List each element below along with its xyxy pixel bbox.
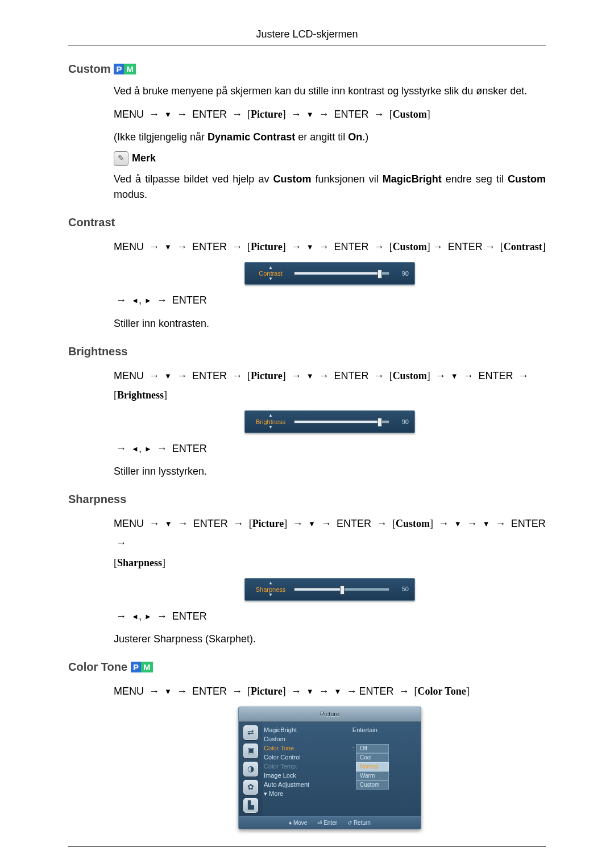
txt: .) xyxy=(362,131,368,143)
arrow-icon: → xyxy=(433,237,443,256)
brightness-adjust-nav: → ◄, ► → ENTER xyxy=(114,439,546,458)
more-label: More xyxy=(269,790,283,797)
arrow-icon: → xyxy=(157,607,167,626)
menu-item-disabled: Color Temp. xyxy=(264,762,347,771)
nav-enter: ENTER xyxy=(193,518,228,529)
menu-option-row: : Off xyxy=(352,744,416,753)
arrow-icon: → xyxy=(177,366,187,385)
nav-enter: ENTER xyxy=(172,443,207,454)
arrow-icon: → xyxy=(438,514,449,533)
osd-menu-footer: ♦ Move ⏎ Enter ↺ Return xyxy=(239,816,421,829)
bracket: [Custom] xyxy=(389,241,430,252)
osd-left-col: MagicBright Custom Color Tone Color Cont… xyxy=(264,725,347,813)
nav-menu: MENU xyxy=(114,370,144,381)
arrow-icon: → xyxy=(319,682,329,701)
menu-option-row: Warm xyxy=(352,771,416,780)
nav-brightness: Brightness xyxy=(117,389,164,401)
arrow-icon: → xyxy=(177,237,187,256)
title-text: Color Tone xyxy=(68,661,127,674)
down-icon: ▼ xyxy=(306,243,314,251)
comma: , xyxy=(139,610,142,622)
down-icon: ▼ xyxy=(451,371,458,380)
menu-blank xyxy=(352,734,416,744)
comma: , xyxy=(139,443,142,454)
bracket: [Picture] xyxy=(247,241,286,252)
slider-thumb xyxy=(340,585,345,595)
left-icon: ◄ xyxy=(131,296,139,305)
nav-enter: ENTER xyxy=(192,241,227,252)
arrow-icon: → xyxy=(319,105,329,124)
colortone-nav: MENU → ▼ → ENTER → [Picture] → ▼ → ▼ →EN… xyxy=(114,682,546,701)
menu-item: Auto Adjustment xyxy=(264,780,347,789)
arrow-icon: → xyxy=(233,514,243,533)
page-header: Justere LCD-skjermen xyxy=(68,28,546,40)
osd-slider-contrast: Contrast 90 xyxy=(244,262,415,285)
nav-picture: Picture xyxy=(251,241,283,252)
arrow-icon: → xyxy=(116,439,126,458)
osd-menu-columns: MagicBright Custom Color Tone Color Cont… xyxy=(263,722,421,816)
nav-picture: Picture xyxy=(252,518,284,529)
bracket: [Picture] xyxy=(249,518,288,529)
down-icon: ▼ xyxy=(306,687,314,696)
nav-enter: ENTER xyxy=(511,518,546,529)
nav-enter: ENTER xyxy=(172,610,207,622)
option-cool: Cool xyxy=(356,753,389,762)
custom-content: Ved å bruke menyene på skjermen kan du s… xyxy=(114,84,546,202)
arrow-icon: → xyxy=(177,514,188,533)
header-rule xyxy=(68,45,546,45)
down-icon: ▼ xyxy=(483,520,490,528)
nav-picture: Picture xyxy=(251,370,283,381)
txt: MagicBright xyxy=(383,173,442,185)
arrow-icon: → xyxy=(116,533,126,553)
arrow-icon: → xyxy=(232,237,242,256)
footer-rule xyxy=(68,846,546,847)
txt: Dynamic Contrast xyxy=(208,131,295,143)
nav-enter: ENTER xyxy=(448,241,483,252)
slider-label: Contrast xyxy=(251,265,291,283)
nav-enter: ENTER xyxy=(334,109,369,120)
note-row: ✎ Merk xyxy=(114,151,546,166)
slider-track xyxy=(294,588,389,591)
arrow-icon: → xyxy=(149,237,159,256)
arrow-icon: → xyxy=(399,682,409,701)
slider-fill xyxy=(294,272,379,275)
nav-custom: Custom xyxy=(393,370,427,381)
input-icon: ⇄ xyxy=(243,725,258,740)
arrow-icon: → xyxy=(377,514,387,533)
down-icon: ▼ xyxy=(306,110,314,119)
bracket: [Brightness] xyxy=(114,389,167,401)
nav-contrast: Contrast xyxy=(504,241,542,252)
slider-fill xyxy=(294,588,342,591)
nav-custom: Custom xyxy=(393,241,427,252)
arrow-icon: → xyxy=(374,366,384,385)
down-icon: ▼ xyxy=(164,687,172,696)
nav-enter: ENTER xyxy=(192,686,227,697)
menu-item: Image Lock xyxy=(264,771,347,780)
nav-picture: Picture xyxy=(251,686,283,697)
contrast-desc: Stiller inn kontrasten. xyxy=(114,316,546,331)
txt: On xyxy=(348,131,362,143)
osd-slider-brightness: Brightness 90 xyxy=(244,410,415,433)
nav-colortone: Color Tone xyxy=(418,686,466,697)
option-off: Off xyxy=(356,744,389,753)
sound-icon: ◑ xyxy=(243,762,258,776)
nav-enter: ENTER xyxy=(479,370,513,381)
section-title-custom: Custom PM xyxy=(68,63,546,76)
nav-menu: MENU xyxy=(114,241,144,252)
arrow-icon: → xyxy=(485,237,495,256)
menu-option-row: Cool xyxy=(352,753,416,762)
picture-icon: ▣ xyxy=(243,744,258,758)
arrow-icon: → xyxy=(157,439,167,458)
down-icon: ▼ xyxy=(306,371,314,380)
slider-value: 50 xyxy=(393,584,409,594)
bracket: [Sharpness] xyxy=(114,557,165,568)
lbl: Move xyxy=(293,820,307,826)
footer-enter: ⏎ Enter xyxy=(317,819,337,827)
osd-menu-body: ⇄ ▣ ◑ ✿ ▙ MagicBright Custom Color Tone … xyxy=(239,722,421,816)
left-icon: ◄ xyxy=(131,445,139,453)
menu-item-more: ▾ More xyxy=(264,789,347,798)
arrow-icon: → xyxy=(467,514,477,533)
arrow-icon: → xyxy=(374,237,384,256)
right-icon: ► xyxy=(144,445,152,453)
down-icon: ▼ xyxy=(164,371,172,380)
